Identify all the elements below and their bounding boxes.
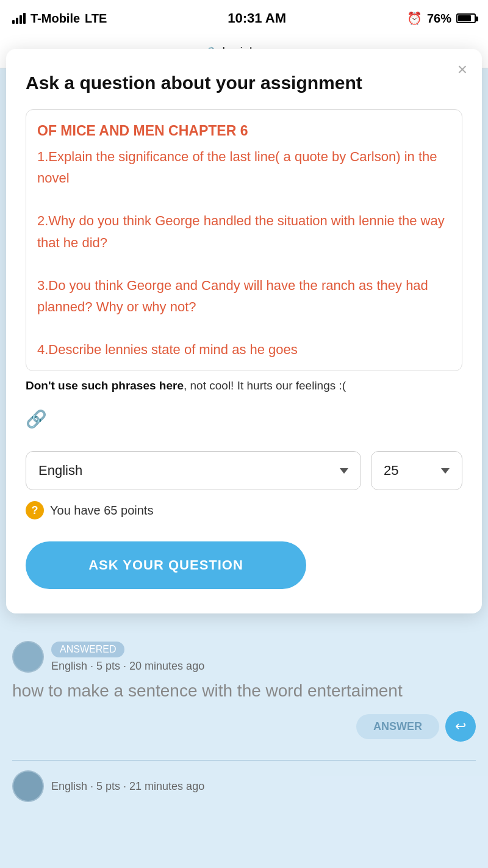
close-button[interactable]: × — [458, 61, 467, 78]
question-content: OF MICE AND MEN CHAPTER 6 1.Explain the … — [37, 120, 451, 361]
subject-dropdown[interactable]: English — [26, 451, 361, 490]
answer-button[interactable]: ANSWER — [356, 714, 439, 739]
question-textarea[interactable]: OF MICE AND MEN CHAPTER 6 1.Explain the … — [26, 109, 462, 371]
points-info: ? You have 65 points — [26, 501, 462, 519]
feed-item-header-2: English · 5 pts · 21 minutes ago — [12, 770, 476, 802]
points-dropdown[interactable]: 25 — [371, 451, 462, 490]
avatar — [12, 641, 44, 673]
list-item: ANSWERED English · 5 pts · 20 minutes ag… — [12, 641, 476, 742]
time-display: 10:31 AM — [228, 10, 286, 26]
ask-question-button[interactable]: ASK YOUR QUESTION — [26, 541, 306, 589]
avatar-image — [13, 772, 43, 801]
warning-bold-text: Don't use such phrases here — [26, 379, 184, 392]
feed-subject-line: English · 5 pts · 20 minutes ago — [51, 660, 204, 673]
dropdowns-row: English 25 — [26, 451, 462, 490]
carrier-label: T-Mobile — [30, 12, 80, 26]
network-type: LTE — [85, 12, 107, 26]
battery-percent: 76% — [427, 12, 451, 26]
divider — [12, 760, 476, 761]
avatar-image — [13, 642, 43, 671]
points-badge-icon: ? — [26, 501, 44, 519]
subject-label: English — [38, 463, 82, 479]
status-left: T-Mobile LTE — [12, 12, 107, 26]
answered-tag: ANSWERED — [51, 642, 124, 657]
alarm-icon: ⏰ — [407, 11, 422, 26]
question-mark-symbol: ? — [32, 504, 38, 517]
points-chevron-icon — [441, 468, 450, 474]
subject-chevron-icon — [340, 468, 348, 474]
status-right: ⏰ 76% — [407, 11, 476, 26]
battery-icon — [456, 13, 476, 23]
feed-meta: ANSWERED English · 5 pts · 20 minutes ag… — [51, 642, 204, 673]
attachment-icon[interactable]: 🔗 — [26, 410, 47, 429]
question-line1: 1.Explain the significance of the last l… — [37, 149, 437, 186]
answer-icon[interactable]: ↩ — [445, 711, 476, 742]
feed-item-header: ANSWERED English · 5 pts · 20 minutes ag… — [12, 641, 476, 673]
question-line3: 3.Do you think George and Candy will hav… — [37, 278, 428, 314]
warning-message: Don't use such phrases here, not cool! I… — [26, 377, 462, 395]
answer-arrow-icon: ↩ — [455, 718, 466, 734]
feed-question-text: how to make a sentence with the word ent… — [12, 679, 476, 703]
warning-normal-text: , not cool! It hurts our feelings :( — [184, 379, 346, 392]
list-item: English · 5 pts · 21 minutes ago — [12, 770, 476, 802]
modal-title: Ask a question about your assignment — [26, 71, 462, 95]
points-info-text: You have 65 points — [50, 504, 153, 518]
status-bar: T-Mobile LTE 10:31 AM ⏰ 76% — [0, 0, 488, 37]
question-line4: 4.Describe lennies state of mind as he g… — [37, 342, 298, 357]
question-line2: 2.Why do you think George handled the si… — [37, 213, 445, 250]
ask-question-modal: × Ask a question about your assignment O… — [6, 49, 482, 613]
avatar — [12, 770, 44, 802]
signal-icon — [12, 13, 26, 24]
feed-section: ANSWERED English · 5 pts · 20 minutes ag… — [0, 629, 488, 868]
feed-item-footer: ANSWER ↩ — [12, 711, 476, 742]
feed-subject-line-2: English · 5 pts · 21 minutes ago — [51, 780, 204, 793]
attachment-area[interactable]: 🔗 — [26, 404, 462, 434]
points-value: 25 — [384, 463, 398, 479]
question-heading: OF MICE AND MEN CHAPTER 6 — [37, 120, 451, 142]
